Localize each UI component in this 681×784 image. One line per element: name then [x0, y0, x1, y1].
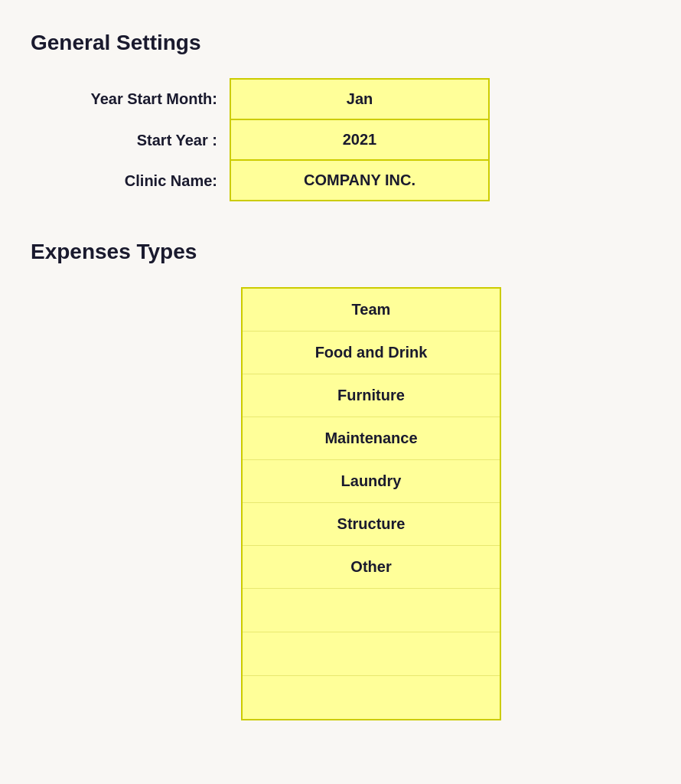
general-settings-title: General Settings: [31, 31, 650, 55]
expense-item-team[interactable]: Team: [243, 289, 500, 332]
settings-table: Year Start Month: Jan Start Year : 2021 …: [46, 78, 650, 201]
value-clinic-name[interactable]: COMPANY INC.: [230, 161, 490, 201]
expense-item-furniture[interactable]: Furniture: [243, 374, 500, 417]
value-year-start-month[interactable]: Jan: [230, 78, 490, 120]
expenses-types-title: Expenses Types: [31, 240, 650, 264]
label-year-start-month: Year Start Month:: [46, 78, 230, 120]
expense-item-empty-3[interactable]: [243, 676, 500, 719]
expense-item-other[interactable]: Other: [243, 546, 500, 589]
settings-row-start-year: Start Year : 2021: [46, 120, 650, 161]
expenses-table: Team Food and Drink Furniture Maintenanc…: [241, 287, 501, 720]
expense-item-structure[interactable]: Structure: [243, 503, 500, 546]
settings-row-clinic-name: Clinic Name: COMPANY INC.: [46, 161, 650, 201]
expense-item-food-and-drink[interactable]: Food and Drink: [243, 332, 500, 374]
label-start-year: Start Year :: [46, 120, 230, 161]
label-clinic-name: Clinic Name:: [46, 161, 230, 201]
expense-item-maintenance[interactable]: Maintenance: [243, 417, 500, 460]
general-settings-section: General Settings Year Start Month: Jan S…: [31, 31, 650, 201]
expenses-types-section: Expenses Types Team Food and Drink Furni…: [31, 240, 650, 720]
expense-item-empty-1[interactable]: [243, 589, 500, 632]
expense-item-laundry[interactable]: Laundry: [243, 460, 500, 503]
expense-item-empty-2[interactable]: [243, 632, 500, 676]
settings-row-year-start-month: Year Start Month: Jan: [46, 78, 650, 120]
value-start-year[interactable]: 2021: [230, 120, 490, 161]
